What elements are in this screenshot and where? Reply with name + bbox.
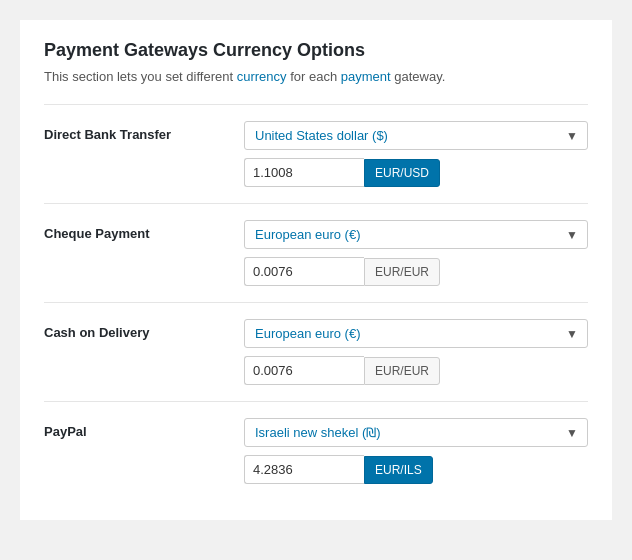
gateway-label-direct-bank-transfer: Direct Bank Transfer: [44, 121, 244, 142]
gateways-container: Direct Bank TransferUnited States dollar…: [44, 104, 588, 492]
gateway-row-paypal: PayPalUnited States dollar ($)European e…: [44, 401, 588, 492]
gateway-section-cash-on-delivery: Cash on DeliveryUnited States dollar ($)…: [44, 302, 588, 393]
rate-input-cheque-payment[interactable]: [244, 257, 364, 286]
page-description: This section lets you set different curr…: [44, 69, 588, 84]
rate-row-direct-bank-transfer: EUR/USD: [244, 158, 588, 187]
gateway-label-paypal: PayPal: [44, 418, 244, 439]
gateway-controls-direct-bank-transfer: United States dollar ($)European euro (€…: [244, 121, 588, 187]
page-title: Payment Gateways Currency Options: [44, 40, 588, 61]
rate-input-paypal[interactable]: [244, 455, 364, 484]
select-wrapper-paypal: United States dollar ($)European euro (€…: [244, 418, 588, 447]
gateway-row-cheque-payment: Cheque PaymentUnited States dollar ($)Eu…: [44, 203, 588, 294]
select-wrapper-direct-bank-transfer: United States dollar ($)European euro (€…: [244, 121, 588, 150]
gateway-controls-paypal: United States dollar ($)European euro (€…: [244, 418, 588, 484]
currency-select-cheque-payment[interactable]: United States dollar ($)European euro (€…: [244, 220, 588, 249]
gateway-label-cheque-payment: Cheque Payment: [44, 220, 244, 241]
rate-row-cash-on-delivery: EUR/EUR: [244, 356, 588, 385]
gateway-label-cash-on-delivery: Cash on Delivery: [44, 319, 244, 340]
rate-input-cash-on-delivery[interactable]: [244, 356, 364, 385]
currency-select-paypal[interactable]: United States dollar ($)European euro (€…: [244, 418, 588, 447]
rate-row-cheque-payment: EUR/EUR: [244, 257, 588, 286]
rate-button-cheque-payment[interactable]: EUR/EUR: [364, 258, 440, 286]
payment-link[interactable]: payment: [341, 69, 391, 84]
select-wrapper-cash-on-delivery: United States dollar ($)European euro (€…: [244, 319, 588, 348]
gateway-row-cash-on-delivery: Cash on DeliveryUnited States dollar ($)…: [44, 302, 588, 393]
currency-select-cash-on-delivery[interactable]: United States dollar ($)European euro (€…: [244, 319, 588, 348]
gateway-section-cheque-payment: Cheque PaymentUnited States dollar ($)Eu…: [44, 203, 588, 294]
gateway-section-paypal: PayPalUnited States dollar ($)European e…: [44, 401, 588, 492]
rate-button-cash-on-delivery[interactable]: EUR/EUR: [364, 357, 440, 385]
rate-input-direct-bank-transfer[interactable]: [244, 158, 364, 187]
currency-link[interactable]: currency: [237, 69, 287, 84]
rate-button-direct-bank-transfer[interactable]: EUR/USD: [364, 159, 440, 187]
currency-select-direct-bank-transfer[interactable]: United States dollar ($)European euro (€…: [244, 121, 588, 150]
rate-button-paypal[interactable]: EUR/ILS: [364, 456, 433, 484]
gateway-section-direct-bank-transfer: Direct Bank TransferUnited States dollar…: [44, 104, 588, 195]
gateway-controls-cash-on-delivery: United States dollar ($)European euro (€…: [244, 319, 588, 385]
gateway-row-direct-bank-transfer: Direct Bank TransferUnited States dollar…: [44, 104, 588, 195]
rate-row-paypal: EUR/ILS: [244, 455, 588, 484]
select-wrapper-cheque-payment: United States dollar ($)European euro (€…: [244, 220, 588, 249]
page-container: Payment Gateways Currency Options This s…: [20, 20, 612, 520]
gateway-controls-cheque-payment: United States dollar ($)European euro (€…: [244, 220, 588, 286]
